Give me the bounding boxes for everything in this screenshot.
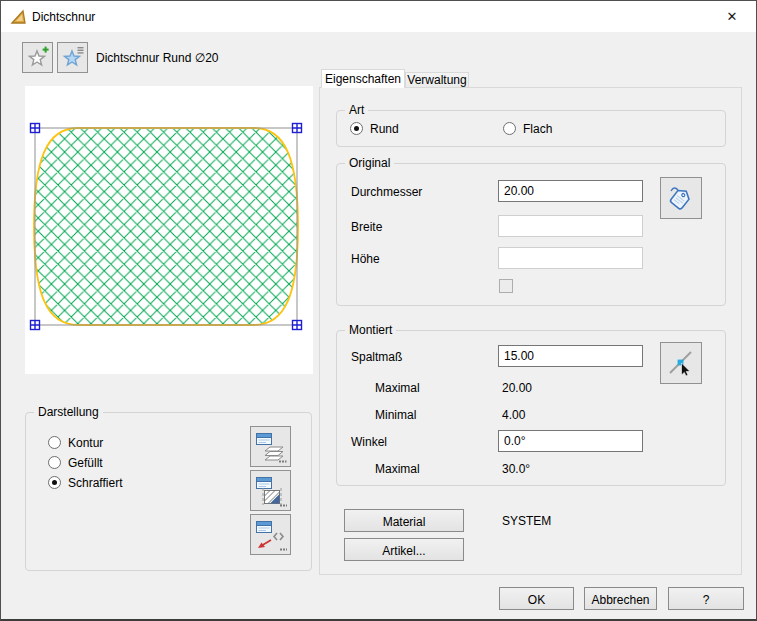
seal-cross-section [25,86,313,374]
darstellung-legend: Darstellung [34,405,103,420]
winkel-maximal-label: Maximal [375,462,420,476]
material-value: SYSTEM [502,514,551,528]
favorite-add-button[interactable] [22,42,53,73]
reference-settings-button[interactable] [250,514,291,555]
layer-settings-icon [255,431,287,463]
material-button[interactable]: Material [344,509,464,532]
radio-flach[interactable] [503,122,516,135]
breite-label: Breite [351,220,382,234]
reference-settings-icon [255,519,287,551]
tag-lookup-button[interactable] [660,177,702,219]
darstellung-group: Darstellung Kontur Gefüllt Schraffiert [25,412,312,571]
window-title: Dichtschnur [32,10,95,24]
original-checkbox [499,279,513,293]
close-icon[interactable]: ✕ [708,1,756,32]
pick-gap-button[interactable] [660,342,702,384]
help-button[interactable]: ? [668,587,744,610]
item-description: Dichtschnur Rund ∅20 [96,51,219,65]
montiert-legend: Montiert [345,323,396,338]
favorite-menu-button[interactable] [57,42,88,73]
winkel-label: Winkel [351,435,387,449]
star-menu-icon [61,46,85,70]
radio-gefuellt[interactable] [48,456,61,469]
radio-kontur[interactable] [48,436,61,449]
layer-settings-button[interactable] [250,426,291,467]
tab-eigenschaften[interactable]: Eigenschaften [321,69,405,88]
tab-verwaltung[interactable]: Verwaltung [405,72,469,87]
cancel-button[interactable]: Abbrechen [584,587,657,610]
radio-rund-label[interactable]: Rund [370,122,399,136]
star-add-icon [26,46,50,70]
tag-icon [666,183,696,213]
art-legend: Art [345,103,368,118]
hoehe-input [498,247,643,269]
radio-schraffiert-label[interactable]: Schraffiert [68,476,122,490]
spaltmass-minimal-label: Minimal [375,408,416,422]
spaltmass-maximal-value: 20.00 [502,381,532,395]
spaltmass-input[interactable] [498,345,643,367]
radio-schraffiert[interactable] [48,476,61,489]
durchmesser-label: Durchmesser [351,185,422,199]
hoehe-label: Höhe [351,252,380,266]
artikel-button[interactable]: Artikel... [344,538,464,561]
radio-gefuellt-label[interactable]: Gefüllt [68,456,103,470]
dichtschnur-dialog: Dichtschnur ✕ Dichtschnur Rund ∅20 [0,0,757,621]
winkel-maximal-value: 30.0° [502,462,530,476]
radio-flach-label[interactable]: Flach [523,122,552,136]
hatch-settings-button[interactable] [250,470,291,511]
spaltmass-minimal-value: 4.00 [502,408,525,422]
title-bar: Dichtschnur ✕ [1,1,756,32]
winkel-input[interactable] [498,430,643,452]
seal-preview-canvas [25,86,313,374]
durchmesser-input[interactable] [498,180,643,202]
app-icon [10,8,28,26]
seal-shape [34,128,298,325]
spaltmass-maximal-label: Maximal [375,381,420,395]
breite-input [498,215,643,237]
hatch-settings-icon [255,475,287,507]
radio-kontur-label[interactable]: Kontur [68,436,103,450]
original-legend: Original [345,156,394,171]
radio-rund[interactable] [350,122,363,135]
ok-button[interactable]: OK [499,587,574,610]
spaltmass-label: Spaltmaß [351,350,402,364]
pick-point-icon [666,348,696,378]
